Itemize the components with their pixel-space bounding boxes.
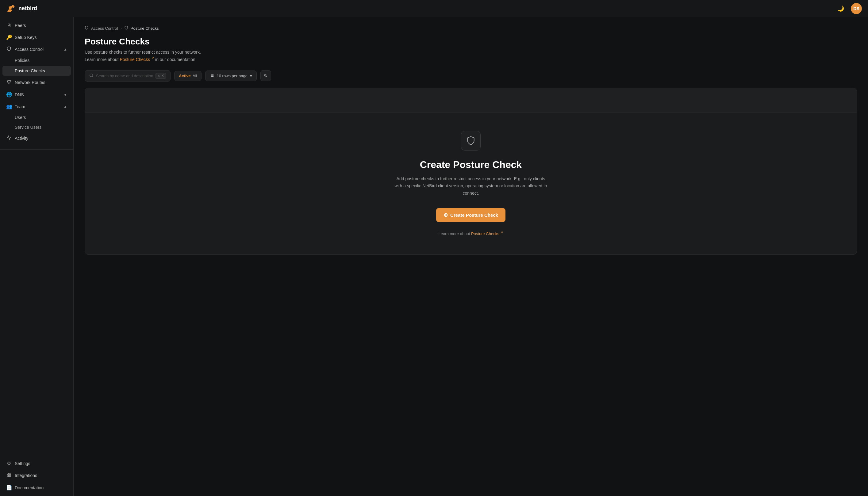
sidebar-sub-access-control: Policies Posture Checks [0,56,73,76]
svg-rect-5 [7,475,9,477]
rows-icon [210,73,214,78]
svg-rect-4 [9,473,11,475]
sidebar-divider [0,149,73,150]
breadcrumb-parent-icon [85,26,89,31]
sidebar-item-network-routes[interactable]: Network Routes [0,76,73,89]
svg-rect-6 [9,475,11,477]
chevron-up-icon-team: ▲ [63,105,67,109]
external-link-icon: ↗ [151,56,154,60]
shield-icon-sidebar [6,46,12,52]
refresh-button[interactable]: ↻ [260,70,271,81]
sidebar-item-users[interactable]: Users [0,112,73,122]
sidebar-item-policies[interactable]: Policies [0,56,73,65]
sidebar-item-team[interactable]: 👥 Team ▲ [0,100,73,112]
sidebar-item-peers[interactable]: 🖥 Peers [0,20,73,31]
posture-checks-docs-link-header[interactable]: Posture Checks ↗ [120,57,155,62]
breadcrumb-current: Posture Checks [131,26,159,31]
svg-rect-3 [7,473,9,475]
topbar-right: 🌙 DS [836,3,862,14]
rows-per-page-button[interactable]: 10 rows per page ▾ [205,71,256,81]
search-icon [89,73,93,78]
sidebar-sub-team: Users Service Users [0,112,73,132]
search-box[interactable]: ⌘ K [85,70,170,81]
toolbar: ⌘ K Active All 10 rows per page ▾ ↻ [85,70,857,81]
sidebar-section-main: 🖥 Peers 🔑 Setup Keys Access Control ▲ Po… [0,17,73,147]
sidebar-item-access-control[interactable]: Access Control ▲ [0,43,73,56]
svg-point-7 [90,74,93,76]
sidebar-item-setup-keys[interactable]: 🔑 Setup Keys [0,31,73,43]
refresh-icon: ↻ [264,73,268,78]
file-icon: 📄 [6,485,12,491]
page-header: Posture Checks Use posture checks to fur… [85,37,857,63]
theme-toggle-button[interactable]: 🌙 [836,3,846,14]
grid-icon [6,472,12,479]
topbar: netbird 🌙 DS [0,0,868,17]
globe-icon: 🌐 [6,92,12,97]
breadcrumb-separator: › [120,26,121,31]
plus-circle-icon: ⊕ [443,212,448,218]
logo-icon [6,4,16,14]
sidebar: 🖥 Peers 🔑 Setup Keys Access Control ▲ Po… [0,17,74,496]
activity-icon [6,135,12,141]
empty-state-title: Create Posture Check [420,159,522,170]
logo: netbird [6,4,37,14]
page-title: Posture Checks [85,37,857,47]
chevron-up-icon: ▲ [63,47,67,51]
sidebar-item-dns[interactable]: 🌐 DNS ▼ [0,89,73,100]
empty-card-body: Create Posture Check Add posture checks … [85,112,857,255]
breadcrumb-current-icon [124,26,128,31]
sidebar-item-integrations[interactable]: Integrations [0,469,73,482]
main-content: Access Control › Posture Checks Posture … [74,17,868,496]
settings-icon: ⚙ [6,461,12,466]
sidebar-item-posture-checks[interactable]: Posture Checks [2,66,71,76]
posture-shield-icon [466,136,476,145]
external-link-icon-footer: ↗ [500,231,503,234]
breadcrumb: Access Control › Posture Checks [85,26,857,31]
search-shortcut: ⌘ K [155,73,166,79]
search-input[interactable] [96,74,153,78]
svg-point-0 [7,80,8,81]
sidebar-item-service-users[interactable]: Service Users [0,122,73,132]
rows-chevron-icon: ▾ [250,74,252,78]
svg-line-8 [92,76,93,77]
layout: 🖥 Peers 🔑 Setup Keys Access Control ▲ Po… [0,17,868,496]
user-avatar[interactable]: DS [851,3,862,14]
chevron-down-icon: ▼ [63,93,67,97]
create-posture-check-button[interactable]: ⊕ Create Posture Check [436,208,505,222]
breadcrumb-parent-link[interactable]: Access Control [91,26,118,31]
logo-text: netbird [18,5,37,12]
svg-point-1 [10,80,11,81]
route-icon [6,79,12,86]
empty-card-header [85,88,857,112]
monitor-icon: 🖥 [6,23,12,28]
posture-checks-docs-link-footer[interactable]: Posture Checks ↗ [471,231,503,236]
sidebar-item-activity[interactable]: Activity [0,132,73,144]
sidebar-section-bottom: ⚙ Settings Integrations 📄 Documentation [0,455,73,496]
key-icon: 🔑 [6,34,12,40]
filter-active-button[interactable]: Active All [174,71,201,81]
empty-state-icon-wrapper [461,131,481,151]
empty-state-description: Add posture checks to further restrict a… [394,175,547,197]
sidebar-item-documentation[interactable]: 📄 Documentation [0,482,73,494]
sidebar-item-settings[interactable]: ⚙ Settings [0,458,73,469]
empty-state-card: Create Posture Check Add posture checks … [85,88,857,255]
users-icon: 👥 [6,104,12,109]
page-description: Use posture checks to further restrict a… [85,49,857,63]
learn-more-section: Learn more about Posture Checks ↗ [439,231,503,236]
